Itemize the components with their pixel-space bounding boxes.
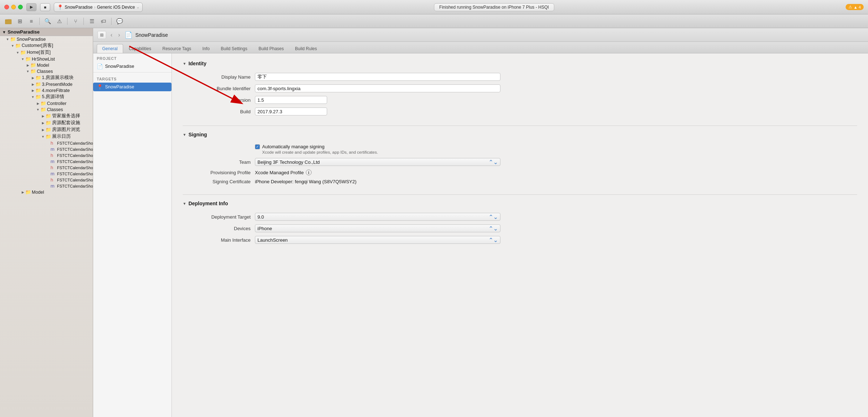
version-input[interactable] <box>255 96 327 104</box>
sidebar-item-fangyuan[interactable]: ▼ 📁 5.房源详情 <box>0 93 93 100</box>
provisioning-label: Provisioning Profile <box>183 170 255 175</box>
sidebar-item-file2[interactable]: m FSTCTCalendarShowCategoryView.m <box>0 146 93 152</box>
sidebar-item-controller[interactable]: ▶ 📁 Controller <box>0 100 93 106</box>
target-select[interactable]: 9.0 ⌃⌄ <box>255 213 500 221</box>
folder-icon[interactable] <box>4 17 13 26</box>
tab-capabilities[interactable]: Capabilities <box>123 44 157 53</box>
source-control-icon[interactable]: ⑂ <box>71 17 80 26</box>
sidebar-item-file5[interactable]: h FSTCTCalendarShowSecView.h <box>0 164 93 171</box>
deployment-header: ▼ Deployment Info <box>183 201 857 207</box>
tab-build-rules[interactable]: Build Rules <box>290 44 322 53</box>
team-label: Team <box>183 159 255 165</box>
expand-icon: ▶ <box>35 102 40 105</box>
sidebar-item-hrshowlist[interactable]: ▼ 📁 HrShowList <box>0 56 93 62</box>
expand-icon: ▶ <box>40 121 45 125</box>
identity-header: ▼ Identity <box>183 61 857 67</box>
sidebar-item-file7[interactable]: h FSTCTCalendarShowThiView.h <box>0 177 93 183</box>
sidebar-root[interactable]: ▼ SnowParadise <box>0 28 93 36</box>
sidebar-item-file1[interactable]: h FSTCTCalendarShowCategoryView.h <box>0 140 93 146</box>
sidebar-item-fangyi[interactable]: ▶ 📁 1.房源展示模块 <box>0 74 93 81</box>
expand-icon: ▼ <box>25 70 30 73</box>
tab-resource-tags[interactable]: Resource Tags <box>157 44 197 53</box>
bundle-id-input[interactable] <box>255 84 500 92</box>
comment-icon[interactable]: 💬 <box>115 17 124 26</box>
sidebar-item-file3[interactable]: h FSTCTCalendarShowFirView.h <box>0 152 93 158</box>
warning-toolbar-icon[interactable]: ⚠ <box>55 17 64 26</box>
sidebar-item-label: 5.房源详情 <box>42 94 93 100</box>
maximize-button[interactable] <box>18 5 23 9</box>
separator-4 <box>111 18 112 25</box>
deployment-collapse[interactable]: ▼ <box>183 202 186 206</box>
grid-icon[interactable]: ⊞ <box>15 17 25 26</box>
devices-select[interactable]: iPhone ⌃⌄ <box>255 224 500 232</box>
nav-forward[interactable]: › <box>117 31 121 39</box>
provisioning-row: Provisioning Profile Xcode Managed Profi… <box>183 170 857 175</box>
warning-count: ▲ 4 <box>854 5 861 9</box>
sidebar-item-snowparadise[interactable]: ▼ 📁 SnowParadise <box>0 36 93 42</box>
sidebar-item-label: FSTCTCalendarShowCategoryView.m <box>57 147 93 152</box>
sidebar-item-label: Model <box>37 63 93 68</box>
sidebar-item-label: Classes <box>37 69 93 74</box>
editor-area: PROJECT 📄 SnowParadise TARGETS 📍 SnowPar… <box>93 53 868 417</box>
scheme-selector[interactable]: 📍 SnowParadise › Generic iOS Device ⌄ <box>54 3 143 12</box>
project-title: SnowParadise <box>135 32 168 38</box>
sidebar-item-customer[interactable]: ▼ 📁 Customer[房客] <box>0 42 93 49</box>
cert-value: iPhone Developer: fengqi Wang (S8V7Q5WSY… <box>255 179 356 184</box>
sidebar-item-guanjia[interactable]: ▶ 📁 管家服务选择 <box>0 113 93 119</box>
tab-build-settings[interactable]: Build Settings <box>216 44 253 53</box>
sidebar-item-model2[interactable]: ▶ 📁 Model <box>0 189 93 195</box>
deployment-section: ▼ Deployment Info Deployment Target 9.0 … <box>183 201 857 244</box>
panel-item-project[interactable]: 📄 SnowParadise <box>93 62 172 71</box>
sidebar-item-model[interactable]: ▶ 📁 Model <box>0 62 93 68</box>
separator-2 <box>67 18 68 25</box>
sidebar-item-tupian[interactable]: ▶ 📁 房源图片浏览 <box>0 126 93 133</box>
cert-row: Signing Certificate iPhone Developer: fe… <box>183 179 857 184</box>
play-button[interactable]: ▶ <box>26 3 36 11</box>
auto-signing-checkbox[interactable]: ✓ <box>255 144 260 149</box>
tag-icon[interactable]: 🏷 <box>99 17 108 26</box>
sidebar-item-file8[interactable]: m FSTCTCalendarShowThiView.m M <box>0 183 93 189</box>
list-icon[interactable]: ☰ <box>87 17 96 26</box>
minimize-button[interactable] <box>11 5 16 9</box>
expand-icon: ▼ <box>5 38 10 41</box>
select-arrow-icon-4: ⌃⌄ <box>489 237 498 243</box>
tab-info[interactable]: Info <box>197 44 215 53</box>
expand-icon: ▶ <box>30 89 35 92</box>
nav-back[interactable]: ‹ <box>109 31 114 39</box>
sidebar-item-peishe[interactable]: ▶ 📁 房源配套设施 <box>0 119 93 126</box>
team-select[interactable]: Beijing 3F Technology Co.,Ltd ⌃⌄ <box>255 158 500 166</box>
sidebar-item-classes2[interactable]: ▼ 📁 Classes <box>0 106 93 113</box>
tab-build-phases[interactable]: Build Phases <box>253 44 289 53</box>
sidebar-item-filtrate[interactable]: ▶ 📁 4.moreFiltrate <box>0 87 93 93</box>
build-input[interactable] <box>255 107 327 115</box>
content-area: ⊞ ‹ › 📄 SnowParadise General Capabilitie… <box>93 28 868 417</box>
sidebar-item-home[interactable]: ▼ 📁 Home[首页] <box>0 49 93 56</box>
title-bar: ▶ ■ 📍 SnowParadise › Generic iOS Device … <box>0 0 868 14</box>
warning-badge[interactable]: ⚠ ▲ 4 <box>846 4 864 10</box>
expand-icon: ▶ <box>40 128 45 132</box>
build-row: Build <box>183 107 857 115</box>
main-layout: ▼ SnowParadise ▼ 📁 SnowParadise ▼ 📁 Cust… <box>0 28 868 417</box>
sidebar-item-zhanshi[interactable]: ▼ 📁 展示日历 <box>0 133 93 140</box>
tab-general[interactable]: General <box>97 44 123 53</box>
sidebar-item-file4[interactable]: m FSTCTCalendarShowFirView.m <box>0 158 93 164</box>
identity-collapse[interactable]: ▼ <box>183 62 186 66</box>
version-label: Version <box>183 97 255 103</box>
auto-signing-sub: Xcode will create and update profiles, a… <box>262 150 435 154</box>
stop-button[interactable]: ■ <box>40 3 50 11</box>
sidebar-item-presentmode[interactable]: ▶ 📁 3.PresentMode <box>0 81 93 87</box>
sidebar-item-file6[interactable]: m FSTCTCalendarShowSecView.m <box>0 171 93 177</box>
interface-select[interactable]: LaunchScreen ⌃⌄ <box>255 236 500 244</box>
sidebar-item-label: 4.moreFiltrate <box>42 88 93 93</box>
info-icon[interactable]: ℹ <box>306 170 312 175</box>
sidebar-item-classes[interactable]: ▼ 📁 Classes <box>0 68 93 74</box>
close-button[interactable] <box>4 5 9 9</box>
panel-item-target[interactable]: 📍 SnowParadise <box>93 83 172 91</box>
project-section-label: PROJECT <box>93 53 172 62</box>
sidebar-item-label: Customer[房客] <box>22 43 93 49</box>
layers-icon[interactable]: ≡ <box>27 17 36 26</box>
search-icon[interactable]: 🔍 <box>43 17 52 26</box>
grid-view-btn[interactable]: ⊞ <box>97 31 106 39</box>
display-name-input[interactable] <box>255 73 500 81</box>
signing-collapse[interactable]: ▼ <box>183 133 186 137</box>
